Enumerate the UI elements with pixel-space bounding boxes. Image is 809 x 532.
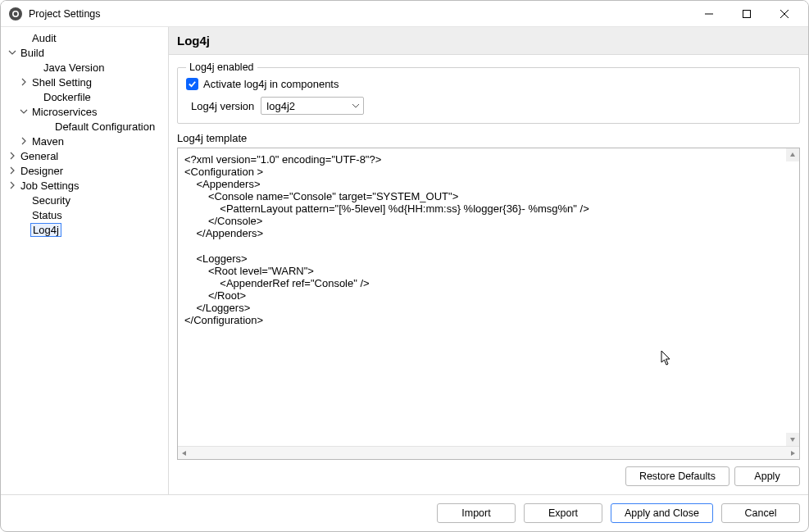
scrollbar-right[interactable]	[786, 447, 799, 459]
expander-icon[interactable]	[19, 77, 29, 87]
svg-rect-3	[743, 10, 751, 17]
expander-none	[19, 33, 29, 43]
titlebar: Project Settings	[1, 1, 808, 27]
scrollbar-left[interactable]	[178, 447, 191, 459]
content-header: Log4j	[169, 27, 808, 55]
tree-item-label: Log4j	[30, 223, 61, 237]
tree-item-label: Dockerfile	[42, 91, 93, 103]
expander-icon[interactable]	[7, 151, 17, 161]
activate-checkbox[interactable]	[186, 78, 198, 90]
tree-item[interactable]: Designer	[1, 163, 168, 178]
version-label: Log4j version	[191, 100, 254, 112]
template-label: Log4j template	[177, 132, 800, 144]
expander-icon[interactable]	[7, 166, 17, 175]
minimize-button[interactable]	[690, 2, 728, 26]
scrollbar-up[interactable]	[786, 148, 799, 161]
svg-marker-9	[791, 451, 795, 456]
activate-checkbox-label: Activate log4j in components	[203, 78, 339, 90]
restore-defaults-button[interactable]: Restore Defaults	[625, 466, 729, 486]
tree-item-label: Audit	[30, 32, 58, 44]
tree-item-label: Microservices	[30, 106, 98, 118]
tree-item[interactable]: Dockerfile	[1, 89, 168, 104]
svg-marker-7	[790, 438, 795, 442]
tree-item[interactable]: Java Version	[1, 60, 168, 75]
dialog-footer: Import Export Apply and Close Cancel	[1, 494, 808, 531]
tree-item-label: Default Configuration	[53, 120, 157, 133]
tree-item-label: Build	[19, 47, 46, 59]
app-icon	[9, 7, 22, 20]
template-textarea[interactable]: <?xml version="1.0" encoding="UTF-8"?> <…	[178, 148, 799, 446]
maximize-button[interactable]	[728, 2, 766, 26]
tree-item[interactable]: General	[1, 148, 168, 163]
tree-item[interactable]: Security	[1, 193, 168, 207]
expander-none	[42, 121, 52, 131]
tree-item-label: Designer	[19, 165, 65, 177]
tree-item[interactable]: Build	[1, 45, 168, 60]
expander-icon[interactable]	[7, 180, 17, 190]
tree-item[interactable]: Job Settings	[1, 178, 168, 193]
tree-item[interactable]: Log4j	[1, 222, 168, 237]
svg-marker-8	[182, 451, 186, 456]
template-textarea-wrap: <?xml version="1.0" encoding="UTF-8"?> <…	[177, 148, 800, 460]
apply-button[interactable]: Apply	[734, 466, 800, 486]
tree-item[interactable]: Shell Setting	[1, 75, 168, 89]
dialog-window: Project Settings AuditBuildJava VersionS…	[0, 0, 809, 532]
expander-none	[30, 92, 40, 102]
svg-marker-6	[790, 152, 795, 157]
close-button[interactable]	[766, 2, 803, 26]
tree-item-label: Java Version	[42, 61, 106, 74]
chevron-down-icon	[352, 100, 360, 112]
tree-item[interactable]: Maven	[1, 134, 168, 148]
window-title: Project Settings	[29, 8, 101, 20]
export-button[interactable]: Export	[524, 503, 602, 523]
tree-item[interactable]: Audit	[1, 30, 168, 45]
tree-item-label: Status	[30, 209, 64, 221]
expander-icon[interactable]	[7, 48, 17, 57]
import-button[interactable]: Import	[437, 503, 516, 523]
content-panel: Log4j Log4j enabled Activate log4j in co…	[169, 27, 808, 494]
version-combobox[interactable]: log4j2	[261, 97, 364, 115]
page-title: Log4j	[177, 34, 800, 48]
tree-item-label: Job Settings	[19, 180, 81, 192]
version-value: log4j2	[266, 100, 295, 112]
apply-and-close-button[interactable]: Apply and Close	[611, 503, 713, 523]
scrollbar-down[interactable]	[786, 433, 799, 446]
log4j-enabled-group: Log4j enabled Activate log4j in componen…	[177, 61, 800, 124]
expander-none	[19, 195, 29, 205]
tree-item-label: Maven	[30, 135, 66, 148]
tree-item-label: General	[19, 150, 60, 162]
tree-item[interactable]: Default Configuration	[1, 119, 168, 134]
expander-none	[19, 210, 29, 220]
expander-icon[interactable]	[19, 136, 29, 146]
tree-item[interactable]: Status	[1, 207, 168, 222]
settings-tree[interactable]: AuditBuildJava VersionShell SettingDocke…	[1, 27, 169, 494]
cancel-button[interactable]: Cancel	[721, 503, 800, 523]
tree-item[interactable]: Microservices	[1, 104, 168, 119]
expander-none	[30, 62, 40, 72]
group-title: Log4j enabled	[186, 61, 257, 73]
expander-none	[19, 225, 29, 234]
expander-icon[interactable]	[19, 107, 29, 116]
svg-point-1	[14, 11, 18, 16]
tree-item-label: Security	[30, 194, 72, 207]
tree-item-label: Shell Setting	[30, 76, 93, 89]
dialog-body: AuditBuildJava VersionShell SettingDocke…	[1, 27, 808, 494]
scrollbar-horizontal[interactable]	[178, 446, 799, 459]
